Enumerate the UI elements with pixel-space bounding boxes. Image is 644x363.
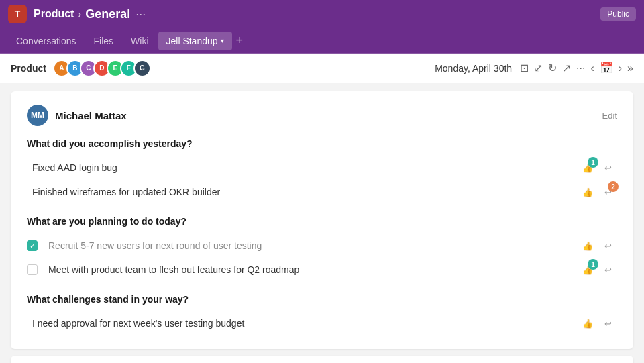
more-options-icon[interactable]: ··· — [136, 7, 146, 21]
item-actions: 👍↩2 — [578, 183, 617, 201]
more-icon[interactable]: ··· — [576, 62, 585, 74]
item-text: Finished wireframes for updated OKR buil… — [27, 185, 578, 199]
check-icon: ✓ — [30, 242, 36, 250]
thumbs-up-button[interactable]: 👍 — [578, 183, 597, 201]
item-actions: 👍1↩ — [578, 260, 617, 279]
tab-chevron-icon: ▾ — [221, 37, 224, 44]
author-avatar: MM — [27, 105, 48, 126]
thumbs-up-button[interactable]: 👍 — [578, 236, 597, 255]
checkbox-row: Meet with product team to flesh out feat… — [27, 263, 578, 276]
item-text: Recruit 5-7 new users for next round of … — [43, 239, 578, 252]
expand-icon[interactable]: ⤢ — [534, 62, 543, 74]
item-row: Finished wireframes for updated OKR buil… — [27, 180, 617, 204]
product-label: Product — [34, 8, 74, 20]
thumbs-up-button[interactable]: 👍1 — [578, 260, 597, 279]
nav-forward-icon[interactable]: » — [627, 62, 633, 74]
toolbar-icons: ⊡ ⤢ ↻ ↗ ··· ‹ 📅 › » — [520, 62, 633, 74]
checkbox[interactable]: ✓ — [27, 240, 38, 251]
share-icon[interactable]: ↗ — [562, 62, 571, 74]
reply-button[interactable]: ↩ — [598, 236, 617, 255]
refresh-icon[interactable]: ↻ — [548, 62, 557, 74]
reply-badge: 2 — [608, 181, 619, 192]
top-bar: T Product › General ··· Public — [0, 0, 644, 28]
item-text: I need approval for next week's user tes… — [27, 317, 578, 330]
avatar: G — [133, 60, 151, 77]
item-row: Meet with product team to flesh out feat… — [27, 258, 617, 282]
thumb-badge: 1 — [588, 259, 598, 270]
item-row: I need approval for next week's user tes… — [27, 311, 617, 335]
toolbar: Product ABCDEFG Monday, April 30th ⊡ ⤢ ↻… — [0, 54, 644, 83]
item-row: Fixed AAD login bug👍1↩ — [27, 156, 617, 180]
reply-button[interactable]: ↩ — [598, 314, 617, 333]
tab-jell-standup[interactable]: Jell Standup ▾ — [158, 32, 232, 50]
item-text: Meet with product team to flesh out feat… — [43, 263, 578, 276]
edit-button[interactable]: Edit — [602, 111, 617, 121]
thumbs-up-button[interactable]: 👍1 — [578, 158, 597, 177]
standup-card: EMElaine MartinWhat did you accomplish y… — [11, 356, 633, 363]
breadcrumb-chevron: › — [78, 9, 81, 19]
checkbox-row: ✓Recruit 5-7 new users for next round of… — [27, 239, 578, 252]
thumb-badge: 1 — [588, 157, 598, 168]
tab-conversations[interactable]: Conversations — [8, 32, 85, 50]
standup-card: MMMichael MattaxEditWhat did you accompl… — [11, 91, 633, 349]
tab-wiki[interactable]: Wiki — [123, 32, 156, 50]
toolbar-channel-title: Product — [11, 63, 46, 74]
breadcrumb: Product › General — [34, 7, 130, 21]
prev-date-icon[interactable]: ‹ — [590, 62, 594, 74]
section-title: What are you planning to do today? — [27, 216, 617, 227]
calendar-icon[interactable]: 📅 — [600, 62, 613, 74]
thumbs-up-button[interactable]: 👍 — [578, 314, 597, 333]
reply-button[interactable]: ↩ — [598, 260, 617, 279]
checkbox[interactable] — [27, 264, 38, 275]
next-date-icon[interactable]: › — [619, 62, 622, 74]
workspace-logo[interactable]: T — [8, 5, 27, 23]
card-author-row: MMMichael MattaxEdit — [27, 105, 617, 126]
reply-button[interactable]: ↩ — [598, 158, 617, 177]
item-row: ✓Recruit 5-7 new users for next round of… — [27, 234, 617, 258]
channel-name: General — [85, 7, 130, 21]
item-actions: 👍↩ — [578, 314, 617, 333]
author-name: Michael Mattax — [55, 110, 127, 121]
toolbar-date: Monday, April 30th — [435, 63, 512, 74]
tab-files[interactable]: Files — [86, 32, 122, 50]
main-content: MMMichael MattaxEditWhat did you accompl… — [0, 83, 644, 363]
public-badge: Public — [600, 7, 636, 21]
item-actions: 👍↩ — [578, 236, 617, 255]
message-icon[interactable]: ⊡ — [520, 62, 529, 74]
section-title: What challenges stand in your way? — [27, 294, 617, 305]
add-tab-icon[interactable]: + — [236, 34, 244, 48]
section-title: What did you accomplish yesterday? — [27, 138, 617, 149]
avatar-group: ABCDEFG — [53, 60, 151, 77]
item-text: Fixed AAD login bug — [27, 161, 578, 174]
reply-button[interactable]: ↩2 — [598, 183, 617, 201]
nav-tabs: Conversations Files Wiki Jell Standup ▾ … — [0, 28, 644, 54]
item-actions: 👍1↩ — [578, 158, 617, 177]
